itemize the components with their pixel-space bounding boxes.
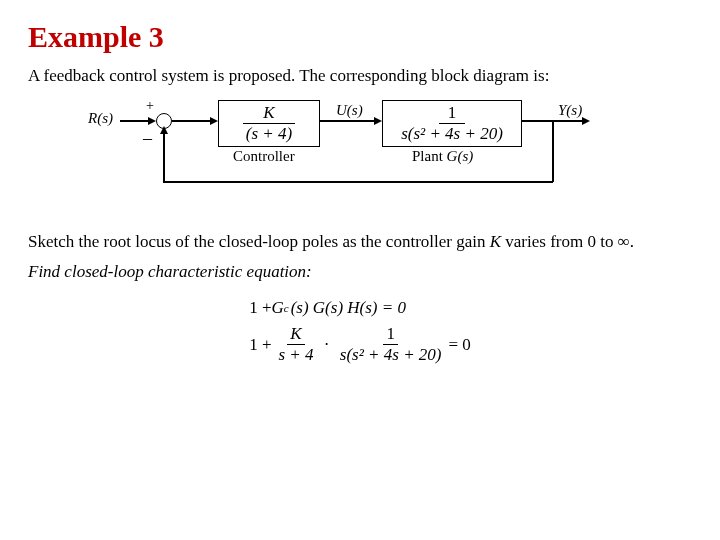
wire	[172, 120, 212, 122]
controller-num: K	[243, 103, 295, 124]
page-title: Example 3	[28, 20, 692, 54]
eq2-f1d: s + 4	[275, 345, 316, 365]
task-text: Sketch the root locus of the closed-loop…	[28, 232, 692, 252]
eq2-tail: = 0	[449, 335, 471, 355]
eq2-f2n: 1	[383, 324, 398, 345]
step-text: Find closed-loop characteristic equation…	[28, 262, 692, 282]
eq2-lead: 1 +	[249, 335, 271, 355]
signal-R: R(s)	[88, 110, 113, 127]
plant-Gs: G(s)	[447, 148, 474, 164]
arrow	[160, 126, 168, 134]
controller-block: K (s + 4)	[218, 100, 320, 147]
wire	[163, 129, 165, 182]
eq1-sub: c	[284, 302, 289, 314]
arrow	[374, 117, 382, 125]
sum-minus: –	[143, 128, 152, 149]
eq2-f2d: s(s² + 4s + 20)	[337, 345, 445, 365]
eq2-frac2: 1 s(s² + 4s + 20)	[337, 324, 445, 365]
equations: 1 + Gc (s) G(s) H(s) = 0 1 + K s + 4 · 1…	[28, 292, 692, 371]
controller-label: Controller	[233, 148, 295, 165]
arrow	[582, 117, 590, 125]
plant-block: 1 s(s² + 4s + 20)	[382, 100, 522, 147]
plant-num: 1	[439, 103, 465, 124]
eq1-rest: (s) G(s) H(s) = 0	[291, 298, 406, 318]
block-diagram: R(s) + – K (s + 4) Controller U(s) 1 s(s…	[88, 96, 692, 216]
wire	[163, 181, 553, 183]
eq1-G: G	[271, 298, 283, 318]
task-a: Sketch the root locus of the closed-loop…	[28, 232, 490, 251]
wire	[120, 120, 150, 122]
plant-den: s(s² + 4s + 20)	[383, 124, 521, 144]
equation-2: 1 + K s + 4 · 1 s(s² + 4s + 20) = 0	[249, 324, 471, 365]
wire	[552, 120, 554, 182]
equation-1: 1 + Gc (s) G(s) H(s) = 0	[249, 298, 471, 318]
controller-den: (s + 4)	[219, 124, 319, 144]
eq2-frac1: K s + 4	[275, 324, 316, 365]
task-b: varies from 0 to ∞.	[501, 232, 634, 251]
dot-icon: ·	[325, 335, 329, 355]
plant-label-text: Plant	[412, 148, 447, 164]
eq2-f1n: K	[287, 324, 304, 345]
wire	[320, 120, 376, 122]
signal-U: U(s)	[336, 102, 363, 119]
signal-Y: Y(s)	[558, 102, 582, 119]
task-K: K	[490, 232, 501, 251]
eq1-lead: 1 +	[249, 298, 271, 318]
plant-label: Plant G(s)	[412, 148, 473, 165]
sum-plus: +	[146, 98, 154, 114]
intro-text: A feedback control system is proposed. T…	[28, 66, 692, 86]
arrow	[148, 117, 156, 125]
arrow	[210, 117, 218, 125]
